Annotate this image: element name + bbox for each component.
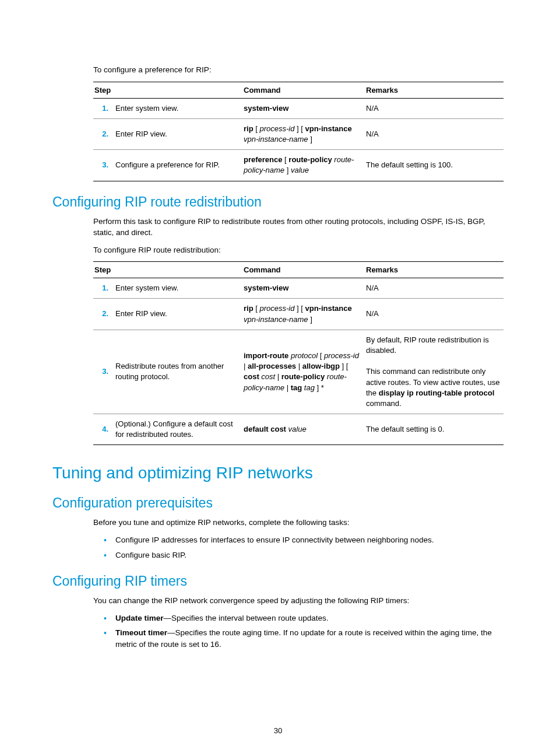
table-row: 2.Enter RIP view.rip [ process-id ] [ vp… [93,299,504,330]
paragraph: Perform this task to configure RIP to re… [93,216,504,239]
step-description: Enter RIP view. [114,118,242,149]
step-description: Enter system view. [114,98,242,118]
header-remarks: Remarks [365,82,504,98]
paragraph: Before you tune and optimize RIP network… [93,517,504,528]
step-number: 2. [93,299,114,330]
intro-paragraph: To configure a preference for RIP: [93,64,504,76]
step-number: 3. [93,150,114,181]
header-step: Step [93,262,242,278]
step-description: Configure a preference for RIP. [114,150,242,181]
timers-list: Update timer—Specifies the interval betw… [93,612,504,650]
list-item: Update timer—Specifies the interval betw… [104,612,504,624]
heading-timers: Configuring RIP timers [52,573,504,589]
remarks-cell: N/A [365,98,504,118]
redistribution-table: Step Command Remarks 1.Enter system view… [93,261,504,445]
table-row: 3.Configure a preference for RIP.prefere… [93,150,504,181]
command-cell: system-view [242,98,365,118]
step-description: Redistribute routes from another routing… [114,330,242,414]
list-item: Timeout timer—Specifies the route aging … [104,627,504,650]
step-description: Enter RIP view. [114,299,242,330]
heading-redistribution: Configuring RIP route redistribution [52,194,504,210]
remarks-cell: The default setting is 0. [365,414,504,445]
page-number: 30 [0,726,556,735]
step-number: 4. [93,414,114,445]
list-item: Configure IP addresses for interfaces to… [104,534,504,546]
table-row: 1.Enter system view.system-viewN/A [93,98,504,118]
remarks-cell: N/A [365,278,504,299]
list-item: Configure basic RIP. [104,550,504,561]
header-remarks: Remarks [365,262,504,278]
remarks-cell: N/A [365,299,504,330]
command-cell: system-view [242,278,365,299]
table-row: 2.Enter RIP view.rip [ process-id ] [ vp… [93,118,504,149]
header-step: Step [93,82,242,98]
command-cell: preference [ route-policy route-policy-n… [242,150,365,181]
step-number: 2. [93,118,114,149]
table-header-row: Step Command Remarks [93,82,504,98]
table-row: 1.Enter system view.system-viewN/A [93,278,504,299]
step-number: 3. [93,330,114,414]
step-description: (Optional.) Configure a default cost for… [114,414,242,445]
header-command: Command [242,262,365,278]
header-command: Command [242,82,365,98]
prerequisites-list: Configure IP addresses for interfaces to… [93,534,504,561]
remarks-cell: By default, RIP route redistribution is … [365,330,504,414]
command-cell: rip [ process-id ] [ vpn-instance vpn-in… [242,299,365,330]
step-number: 1. [93,98,114,118]
remarks-cell: N/A [365,118,504,149]
command-cell: default cost value [242,414,365,445]
paragraph: You can change the RIP network convergen… [93,595,504,607]
table-row: 3.Redistribute routes from another routi… [93,330,504,414]
table-row: 4.(Optional.) Configure a default cost f… [93,414,504,445]
preference-table: Step Command Remarks 1.Enter system view… [93,82,504,181]
step-description: Enter system view. [114,278,242,299]
heading-prerequisites: Configuration prerequisites [52,495,504,511]
document-page: To configure a preference for RIP: Step … [0,0,556,756]
paragraph: To configure RIP route redistribution: [93,244,504,256]
command-cell: rip [ process-id ] [ vpn-instance vpn-in… [242,118,365,149]
command-cell: import-route protocol [ process-id | all… [242,330,365,414]
step-number: 1. [93,278,114,299]
heading-tuning: Tuning and optimizing RIP networks [52,464,504,482]
remarks-cell: The default setting is 100. [365,150,504,181]
table-header-row: Step Command Remarks [93,262,504,278]
